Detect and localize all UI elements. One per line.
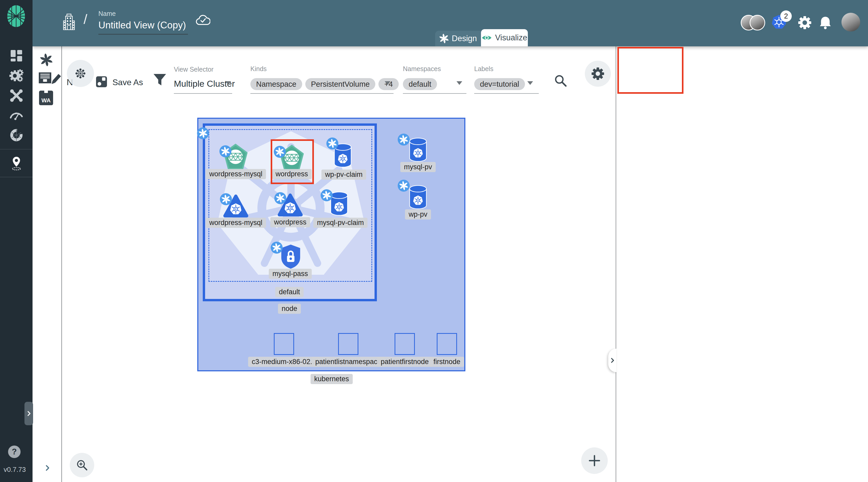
name-input[interactable]: Untitled View (Copy) xyxy=(98,20,186,31)
edit-pencil-icon[interactable] xyxy=(50,73,61,86)
wa-label: WA xyxy=(41,97,51,104)
spiral-badge-icon xyxy=(398,180,410,192)
name-field-label: Name xyxy=(98,10,116,18)
mesh-flower-icon xyxy=(75,68,86,79)
node-pvc-mysql-pv-claim[interactable] xyxy=(330,191,348,216)
sidebar-divider xyxy=(0,177,33,177)
filter-funnel-icon[interactable] xyxy=(153,73,166,86)
host-label: patientfirstnode xyxy=(377,357,433,367)
labels-chips: dev=tutorial xyxy=(474,78,528,90)
strip-divider xyxy=(61,47,62,482)
node-pv-wp-pv[interactable] xyxy=(409,185,427,209)
sidebar-divider xyxy=(0,149,33,149)
spiral-badge-icon xyxy=(197,127,209,139)
sidebar-item-lifecycle[interactable] xyxy=(9,69,24,82)
cluster-label: kubernetes xyxy=(310,374,353,384)
node-label: wp-pv-claim xyxy=(321,170,366,180)
labels-filter-label: Labels xyxy=(474,65,493,73)
kind-chip[interactable]: PersistentVolume xyxy=(305,78,376,90)
kinds-chips: Namespace PersistentVolume +4 xyxy=(250,78,402,90)
kind-chip[interactable]: Namespace xyxy=(250,78,302,90)
namespace-chip[interactable]: default xyxy=(403,78,437,90)
design-pinwheel-icon xyxy=(439,34,449,43)
sidebar-item-performance[interactable] xyxy=(9,109,24,120)
spiral-badge-icon xyxy=(274,192,286,204)
namespaces-underline xyxy=(403,93,466,94)
meshery-logo[interactable] xyxy=(7,5,26,28)
notifications-bell-icon[interactable] xyxy=(819,16,832,29)
cloud-save-status-icon[interactable] xyxy=(196,14,210,26)
visualize-eye-icon xyxy=(482,34,492,41)
spiral-badge-icon xyxy=(398,133,410,146)
node-label-group: node xyxy=(278,304,301,314)
strip-expand-chevron[interactable] xyxy=(43,464,51,472)
name-input-underline xyxy=(98,34,188,35)
design-label: Design xyxy=(452,34,477,43)
node-label: wordpress-mysql xyxy=(206,218,266,228)
view-selector-underline xyxy=(174,93,232,94)
canvas-settings-button[interactable] xyxy=(585,61,611,87)
annotation-highlight-details-tab xyxy=(617,47,683,94)
sidebar-expand-tab[interactable] xyxy=(25,402,33,425)
tab-design[interactable]: Design xyxy=(435,31,481,47)
view-selector-caret-icon[interactable] xyxy=(225,81,231,85)
breadcrumb-separator: / xyxy=(84,11,87,27)
chevron-right-icon xyxy=(609,357,616,364)
kinds-caret-icon[interactable] xyxy=(385,81,391,85)
plus-icon xyxy=(588,455,600,466)
user-avatar[interactable] xyxy=(841,13,860,31)
settings-gear-icon[interactable] xyxy=(798,16,811,29)
labels-underline xyxy=(474,93,539,94)
kinds-underline xyxy=(250,93,394,94)
node-label: wordpress xyxy=(271,217,310,227)
zoom-in-button[interactable] xyxy=(70,453,94,477)
host-label: c3-medium-x86-02... xyxy=(248,357,320,367)
node-pv-mysql-pv[interactable] xyxy=(409,138,427,162)
host-square[interactable] xyxy=(395,333,415,355)
zoom-in-icon xyxy=(75,458,89,472)
save-as-button[interactable]: Save As xyxy=(113,78,143,87)
save-as-icon[interactable] xyxy=(96,76,107,88)
node-label: wordpress-mysql xyxy=(206,169,266,179)
host-square[interactable] xyxy=(338,333,359,355)
design-spiral-icon[interactable] xyxy=(40,54,53,66)
main-sidebar: ? v0.7.73 xyxy=(0,0,33,482)
sidebar-item-configuration[interactable] xyxy=(10,89,23,102)
view-selector-label: View Selector xyxy=(174,66,213,73)
namespace-label: default xyxy=(275,287,304,297)
sidebar-item-dashboard[interactable] xyxy=(10,50,22,62)
organization-icon[interactable] xyxy=(62,13,75,30)
node-secret-mysql-pass[interactable] xyxy=(280,244,301,269)
search-icon[interactable] xyxy=(554,74,567,88)
secondary-toolbar: WA xyxy=(33,47,62,482)
spiral-badge-icon xyxy=(321,189,333,201)
labels-caret-icon[interactable] xyxy=(527,81,533,85)
context-count-badge[interactable]: 2 xyxy=(780,10,792,22)
panel-collapse-handle[interactable] xyxy=(608,349,616,372)
namespaces-caret-icon[interactable] xyxy=(457,81,462,85)
node-label: mysql-pv-claim xyxy=(313,218,368,228)
annotation-highlight-wordpress xyxy=(271,139,314,184)
details-panel xyxy=(616,47,868,482)
help-button[interactable]: ? xyxy=(8,446,21,458)
wasm-filter-icon[interactable]: WA xyxy=(39,91,53,105)
host-label: firstnode xyxy=(430,357,464,367)
app-version: v0.7.73 xyxy=(4,465,26,474)
sidebar-item-mesh-map[interactable] xyxy=(10,156,22,171)
kinds-label: Kinds xyxy=(250,65,267,73)
visualize-label: Visualize xyxy=(495,33,527,42)
host-square[interactable] xyxy=(274,333,294,355)
namespaces-label: Namespaces xyxy=(403,65,441,73)
node-label: mysql-pass xyxy=(269,269,312,279)
node-label: wp-pv xyxy=(405,209,431,219)
spiral-badge-icon xyxy=(220,193,232,205)
spiral-badge-icon xyxy=(327,138,338,149)
chevron-right-icon xyxy=(26,410,32,417)
label-chip[interactable]: dev=tutorial xyxy=(474,78,525,90)
tab-visualize[interactable]: Visualize xyxy=(481,29,528,47)
add-button[interactable] xyxy=(581,447,608,474)
meshery-app: / Name Untitled View (Copy) 2 xyxy=(0,0,868,482)
collaborator-avatar[interactable] xyxy=(750,15,765,30)
sidebar-item-extensions[interactable] xyxy=(9,128,24,142)
host-square[interactable] xyxy=(437,333,457,355)
